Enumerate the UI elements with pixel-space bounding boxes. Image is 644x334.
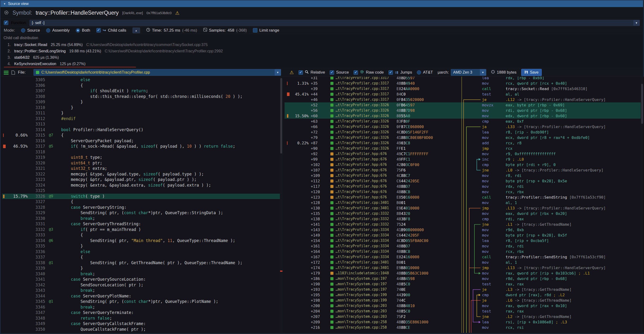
asm-source-location[interactable]: …t\TracyProfiler.cpp:3332 <box>336 211 395 216</box>
asm-source-location[interactable]: …t\TracyProfiler.cpp:3326 <box>336 135 395 140</box>
source-line[interactable]: 3314bool Profiler::HandleServerQuery() <box>2 127 283 133</box>
source-line[interactable]: 3348 return false; <box>2 316 283 321</box>
asm-instruction-row[interactable]: +204…mon\TracySystem.cpp:2034885C0testra… <box>284 309 641 314</box>
source-line[interactable]: 3312#endif <box>2 116 283 122</box>
assembly-pane[interactable]: +31…t\TracyProfiler.cpp:3317488D5597lear… <box>284 77 641 333</box>
source-line[interactable]: 3346 break; <box>2 305 283 310</box>
asm-instruction-row[interactable]: +102…t\TracyProfiler.hpp:67642803C0F00cm… <box>284 162 641 167</box>
titlebar[interactable]: ▼ Source view <box>0 0 643 7</box>
source-line[interactable]: 3322 memcpy( &type, &payload.type, sizeo… <box>2 171 283 177</box>
source-line[interactable]: 3330 break; <box>2 216 283 221</box>
asm-source-location[interactable]: …t\TracyProfiler.cpp:3326 <box>336 124 395 130</box>
source-checkbox[interactable]: Source <box>330 70 349 75</box>
asm-instruction-row[interactable]: +79…t\TracyProfiler.cpp:3326418B8C80E0BF… <box>284 135 641 140</box>
asm-instruction-row[interactable]: +138…t\TracyProfiler.cpp:3332483BF8cmprd… <box>284 216 641 222</box>
child-call-row[interactable]: 3. stat64i32 625 μs (1.36%) <box>0 55 62 60</box>
asm-source-location[interactable]: …t\TracyProfiler.hpp:676 <box>336 157 395 162</box>
chevron-down-icon[interactable]: ▼ <box>275 69 281 75</box>
source-line[interactable]: 3308 std::this_thread::sleep_for( std::c… <box>2 94 283 100</box>
jumps-checkbox[interactable]: ⇉ Jumps <box>388 70 412 75</box>
asm-instruction-row[interactable]: +130…t\TracyProfiler.cpp:3401E9E4010000j… <box>284 205 641 211</box>
asm-instruction-row[interactable]: +63…t\TracyProfiler.cpp:332683F80Fcmpeax… <box>284 119 641 124</box>
asm-source-location[interactable]: …t\TracyProfiler.cpp:3334 <box>336 243 395 249</box>
asm-source-location[interactable]: …t\TracyProfiler.cpp:3334 <box>336 254 395 260</box>
asm-instruction-row[interactable]: +52…t\TracyProfiler.cpp:33260FB64597movz… <box>284 102 641 108</box>
source-line[interactable]: 3344 case ServerQueryPlotName: <box>2 293 283 299</box>
asm-source-location[interactable]: …t\TracyProfiler.cpp:3317 <box>336 92 395 97</box>
asm-source-location[interactable]: …mon\TracySystem.cpp:203 <box>336 309 395 314</box>
asm-instruction-row[interactable]: +149…t\TracyProfiler.cpp:3334C64424205Fm… <box>284 233 641 238</box>
asm-instruction-row[interactable]: +109…t\TracyProfiler.hpp:6764C8BC7movr8,… <box>284 173 641 178</box>
asm-source-location[interactable]: …t\TracyProfiler.cpp:3326 <box>336 130 395 135</box>
asm-instruction-row[interactable]: +141…t\TracyProfiler.cpp:33327524jne.L1 … <box>284 222 641 227</box>
source-line[interactable]: 3306 { <box>2 83 283 88</box>
collapse-icon[interactable]: ▼ <box>3 2 6 5</box>
asm-source-location[interactable]: …t\TracyProfiler.cpp:3326 <box>336 102 395 108</box>
source-line[interactable]: 3319 uint8_t type; <box>2 155 283 161</box>
asm-source-location[interactable]: …mon\TracySystem.cpp:258 <box>336 325 395 330</box>
asm-source-location[interactable]: …t\TracyProfiler.cpp:3326 <box>336 108 395 113</box>
asm-instruction-row[interactable]: +92…t\TracyProfiler.hpp:67649C7C1FFFFFFF… <box>284 151 641 157</box>
mode-radio-source[interactable]: Source <box>21 28 40 33</box>
asm-source-location[interactable]: …mon\TracySystem.cpp:203 <box>336 303 395 309</box>
asm-source-location[interactable]: …t\TracyProfiler.cpp:3332 <box>336 222 395 227</box>
asm-source-location[interactable]: …mon\TracySystem.cpp:197 <box>336 276 395 281</box>
source-line[interactable]: 3334@6 SendString( ptr, "Main thread", 1… <box>2 238 283 244</box>
asm-source-location[interactable]: …t\TracyProfiler.cpp:3317 <box>336 97 395 102</box>
source-line[interactable]: 3327 { <box>2 199 283 205</box>
source-line[interactable]: 3332@3 if( ptr == m_mainThread ) <box>2 227 283 233</box>
source-line[interactable]: 0.66%3315@7{ <box>2 133 283 138</box>
source-line[interactable]: 3323 memcpy( &ptr, &payload.ptr, sizeof(… <box>2 177 283 182</box>
asm-instruction-row[interactable]: +209…mon\TracySystem.cpp:258488D35E88610… <box>284 319 641 325</box>
asm-source-location[interactable]: …t\TracyProfiler.hpp:676 <box>336 162 395 167</box>
asm-source-location[interactable]: …t\TracyProfiler.hpp:676 <box>336 151 395 157</box>
source-vscroll-thumb[interactable] <box>280 78 282 154</box>
asm-instruction-row[interactable]: +198…mon\TracySystem.cpp:199744Cje.L6 ->… <box>284 298 641 303</box>
asm-instruction-row[interactable]: +179…1103\include\atomic:1048488B05B63C1… <box>284 271 641 276</box>
asm-instruction-row[interactable]: +128…t\TracyProfiler.cpp:3401B001moval, … <box>284 200 641 205</box>
source-line[interactable]: 15.79%3326@9 switch( type ) <box>2 194 283 199</box>
source-line[interactable]: 3333 { <box>2 232 283 238</box>
asm-source-location[interactable]: …t\TracyProfiler.hpp:676 <box>336 195 395 200</box>
asm-source-location[interactable]: …t\TracyProfiler.cpp:3326 <box>336 119 395 124</box>
asm-instruction-row[interactable]: +167…t\TracyProfiler.cpp:3334E824160000c… <box>284 254 641 260</box>
source-line[interactable]: 3342 SendSourceLocation( ptr ); <box>2 282 283 288</box>
source-line[interactable]: 3320 uint64_t ptr; <box>2 161 283 166</box>
asm-source-location[interactable]: …mon\TracySystem.cpp:199 <box>336 292 395 298</box>
source-line[interactable]: 3328 case ServerQueryString: <box>2 205 283 210</box>
asm-source-location[interactable]: …t\TracyProfiler.cpp:3326 <box>336 140 395 146</box>
asm-instruction-row[interactable]: +120…t\TracyProfiler.hpp:676488BCBmovrcx… <box>284 189 641 195</box>
asm-instruction-row[interactable]: +216…mon\TracySystem.cpp:258488BCEmovrcx… <box>284 325 641 330</box>
chevron-down-icon[interactable]: ▼ <box>633 20 640 26</box>
source-line[interactable]: 3305 else <box>2 77 283 83</box>
asm-source-location[interactable]: …t\TracyProfiler.cpp:3334 <box>336 233 395 238</box>
relative-checkbox[interactable]: Relative <box>298 70 325 75</box>
source-line[interactable]: 3341 case ServerQuerySourceLocation: <box>2 277 283 282</box>
asm-instruction-row[interactable]: +56…t\TracyProfiler.cpp:3326488B7D98movr… <box>284 108 641 113</box>
source-line[interactable]: 3309 } <box>2 99 283 105</box>
source-line[interactable]: 3321 uint32_t extra; <box>2 166 283 171</box>
source-line[interactable]: 3349 case ServerQueryCallstackFrame: <box>2 321 283 327</box>
source-line[interactable]: 3337 { <box>2 255 283 260</box>
att-radio[interactable]: AT&T <box>417 70 433 75</box>
source-line[interactable]: 3316 ServerQueryPacket payload; <box>2 138 283 144</box>
asm-source-location[interactable]: …t\TracyProfiler.cpp:3334 <box>336 249 395 254</box>
asm-instruction-row[interactable]: +99…t\TracyProfiler.hpp:67649FFC1incr9 ;… <box>284 157 641 162</box>
file-select[interactable]: C:\Users\wolf\Desktop\darkrl\contrib\tra… <box>34 69 281 76</box>
uarch-select[interactable]: AMD Zen 3 ▼ <box>451 69 486 76</box>
asm-instruction-row[interactable]: +123…t\TracyProfiler.hpp:676E850160000ca… <box>284 195 641 200</box>
asm-source-location[interactable]: …t\TracyProfiler.cpp:3317 <box>336 86 395 92</box>
source-vscrollbar[interactable] <box>280 77 283 333</box>
source-line[interactable]: 3345@1 SendString( ptr, (const char*)ptr… <box>2 299 283 305</box>
source-line[interactable]: 3335 } <box>2 243 283 249</box>
asm-source-location[interactable]: …mon\TracySystem.cpp:197 <box>336 281 395 287</box>
assembly-vscrollbar[interactable] <box>641 77 644 333</box>
source-line[interactable]: 3318 <box>2 149 283 155</box>
asm-instruction-row[interactable]: +195…mon\TracySystem.cpp:199443900cmpdwo… <box>284 292 641 298</box>
asm-source-location[interactable]: …t\TracyProfiler.cpp:3401 <box>336 260 395 265</box>
source-line[interactable]: 3310 } <box>2 105 283 111</box>
asm-instruction-row[interactable]: +174…t\TracyProfiler.cpp:3401E9B8010000j… <box>284 265 641 271</box>
asm-instruction-row[interactable]: +117…t\TracyProfiler.hpp:676488BD7movrdx… <box>284 184 641 189</box>
raw-code-checkbox[interactable]: Raw code <box>354 70 384 75</box>
asm-instruction-row[interactable]: +172…t\TracyProfiler.cpp:3401B001moval, … <box>284 260 641 265</box>
